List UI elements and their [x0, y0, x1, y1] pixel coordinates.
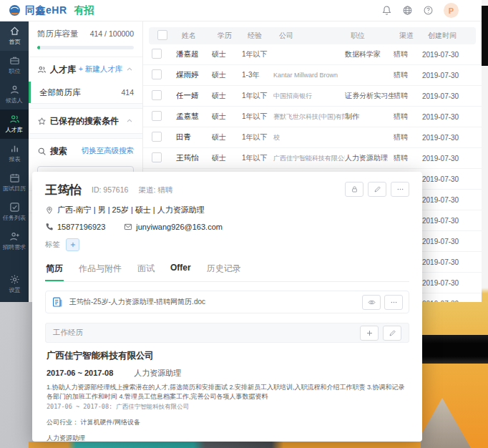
modal-actions [345, 182, 409, 197]
candidate-email: junyiwang926@163.com [124, 223, 223, 231]
chevron-up-icon[interactable] [125, 65, 134, 74]
pool-section-title: 人才库 [37, 64, 76, 76]
brand-tag: 有招 [74, 4, 94, 17]
wallpaper-bottom-strip [29, 442, 421, 448]
language-globe-icon[interactable] [402, 5, 413, 16]
tab-history[interactable]: 历史记录 [206, 258, 242, 281]
pencil-icon [389, 329, 396, 337]
star-icon [37, 117, 47, 126]
search-icon [37, 147, 47, 156]
nav-item-jobs[interactable]: 职位 [0, 51, 29, 80]
nav-item-hiring-requests[interactable]: 招聘需求 [0, 227, 29, 256]
add-tag-button[interactable] [66, 238, 79, 251]
saved-search-header[interactable]: 已保存的搜索条件 [29, 109, 142, 133]
table-row[interactable]: 任一婧 硕士 1年以下 中国招商银行 证券分析实习生 猎聘 2019-07-30 [143, 86, 482, 107]
select-all-checkbox[interactable] [157, 30, 167, 40]
table-row[interactable]: 王筠怡 硕士 1年以下 广西佳宁智能科技有限公司 人力资源助理 猎聘 2019-… [143, 148, 482, 169]
sidebar-item-all-resumes[interactable]: 全部简历库 414 [29, 82, 142, 103]
nav-item-talent-pool[interactable]: 人才库 [0, 109, 29, 139]
tab-works-attachments[interactable]: 作品与附件 [78, 258, 122, 281]
table-row[interactable]: 潘嘉超 硕士 1年以下 数据科学家 猎聘 2019-07-30 [143, 44, 482, 65]
nav-item-task-list[interactable]: 任务列表 [0, 198, 29, 227]
preview-button[interactable] [362, 295, 381, 310]
pencil-icon [374, 185, 381, 193]
top-header: 同鑫eHR 有招 P [0, 0, 482, 21]
users-icon [37, 65, 47, 74]
nav-item-interview-calendar[interactable]: 面试日历 [0, 168, 29, 198]
row-checkbox[interactable] [152, 49, 162, 59]
row-checkbox[interactable] [152, 90, 162, 100]
nav-item-candidates[interactable]: 候选人 [0, 80, 29, 109]
mail-icon [124, 223, 132, 231]
calendar-icon [9, 172, 20, 183]
gear-icon [9, 274, 20, 285]
work-experience-header: 工作经历 [45, 323, 409, 343]
notifications-bell-icon[interactable] [381, 5, 392, 16]
saved-search-title: 已保存的搜索条件 [37, 115, 119, 127]
task-check-icon [9, 202, 20, 213]
add-experience-button[interactable] [360, 326, 379, 341]
user-icon [9, 84, 20, 95]
table-row[interactable]: 孟嘉慧 硕士 1年以下 赛默飞世尔科技(中国)有限公司 制作 猎聘 2019-0… [143, 107, 482, 127]
pool-section-header: 人才库 + 新建人才库 [29, 57, 142, 82]
capacity-row: 简历库容量 414 / 100000 [29, 21, 142, 46]
candidate-phone: 15877196923 [45, 223, 105, 231]
tab-interview[interactable]: 面试 [137, 258, 155, 281]
row-checkbox[interactable] [152, 132, 162, 142]
phone-icon [45, 223, 54, 231]
wallpaper-black-stripe [421, 335, 488, 364]
modal-header: 王筠怡 ID: 957616 渠道: 猎聘 [45, 182, 409, 198]
nav-item-reports[interactable]: 报表 [0, 139, 29, 168]
candidate-info-line: 广西-南宁 | 男 | 25岁 | 硕士 | 人力资源助理 [45, 205, 409, 215]
ellipsis-icon [390, 298, 398, 306]
plus-icon [366, 329, 374, 337]
briefcase-icon [9, 55, 20, 66]
chevron-up-icon[interactable] [125, 117, 134, 125]
capacity-value: 414 / 100000 [90, 29, 134, 38]
document-icon [52, 296, 64, 308]
lock-button[interactable] [345, 182, 363, 197]
user-plus-icon [9, 231, 20, 242]
table-row[interactable]: 煤雨婷 硕士 1-3年 Kantar Millward Brown 猎聘 201… [143, 65, 482, 86]
eye-icon [368, 298, 376, 306]
brand-logo: 同鑫eHR 有招 [9, 4, 94, 17]
edit-button[interactable] [368, 182, 386, 197]
user-avatar[interactable]: P [444, 3, 459, 18]
users-icon [9, 114, 20, 125]
candidate-name: 王筠怡 [45, 182, 82, 198]
divider [29, 133, 142, 139]
row-checkbox[interactable] [152, 152, 162, 162]
wallpaper-orange-block [421, 301, 488, 448]
work-experience-body: 广西佳宁智能科技有限公司 2017-06 ~ 2017-08 人力资源助理 1.… [45, 343, 409, 442]
candidate-id: ID: 957616 [92, 185, 128, 194]
experience-period-line: 2017-06 ~ 2017-08: 广西佳宁智能科技有限公司 [47, 403, 408, 412]
table-row[interactable]: 田青 硕士 1年以下 校 猎聘 2019-07-30 [143, 127, 482, 148]
logo-icon [9, 4, 21, 16]
tab-resume[interactable]: 简历 [45, 258, 64, 281]
capacity-progress-bar [37, 46, 134, 49]
resume-attachment[interactable]: 王筠怡-25岁-人力资源助理-猎聘网简历.doc [45, 291, 409, 313]
ellipsis-icon [396, 185, 404, 193]
new-pool-link[interactable]: + 新建人才库 [79, 64, 123, 74]
help-icon[interactable] [423, 5, 434, 16]
brand-name: 同鑫eHR [25, 4, 67, 17]
row-checkbox[interactable] [152, 69, 162, 79]
divider [29, 103, 142, 109]
candidate-detail-modal: 王筠怡 ID: 957616 渠道: 猎聘 广西-南宁 | 男 | 25岁 | … [32, 172, 422, 442]
more-button[interactable] [391, 182, 409, 197]
advanced-search-link[interactable]: 切换至高级搜索 [82, 146, 135, 156]
row-checkbox[interactable] [152, 111, 162, 121]
experience-role-line: 人力资源助理 [47, 434, 408, 442]
nav-item-settings[interactable]: 设置 [0, 270, 29, 299]
edit-experience-button[interactable] [383, 326, 401, 341]
lock-icon [351, 185, 358, 193]
attachment-more-button[interactable] [384, 295, 403, 310]
nav-item-home[interactable]: 首页 [0, 21, 29, 51]
location-pin-icon [45, 206, 54, 215]
candidate-contact: 15877196923 junyiwang926@163.com [45, 223, 409, 231]
bar-chart-icon [9, 143, 20, 154]
plus-icon [69, 241, 77, 248]
wallpaper-black-stripe-top [482, 6, 488, 66]
wallpaper-gray-wedge [414, 398, 471, 448]
tab-offer[interactable]: Offer [170, 258, 192, 281]
